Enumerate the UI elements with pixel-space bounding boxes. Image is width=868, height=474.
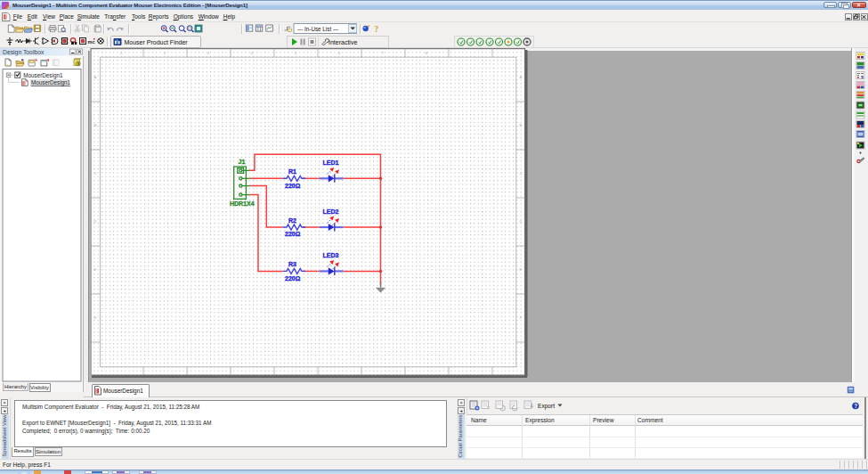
svg-text:B: B [520, 123, 523, 127]
svg-text:220Ω: 220Ω [285, 183, 301, 189]
svg-text:R3: R3 [288, 261, 296, 267]
svg-text:220Ω: 220Ω [285, 231, 301, 237]
svg-text:MouserDesign1: MouserDesign1 [31, 79, 71, 86]
svg-text:C: C [519, 171, 522, 176]
svg-text:F: F [94, 315, 97, 320]
svg-text:--- In-Use List ---: --- In-Use List --- [297, 26, 338, 32]
svg-text:B: B [94, 123, 97, 127]
svg-text:E: E [520, 267, 523, 272]
svg-text:MouserDesign1: MouserDesign1 [23, 72, 63, 79]
svg-text:F: F [520, 315, 523, 320]
svg-text:?: ? [375, 25, 379, 34]
svg-text:C: C [93, 171, 96, 176]
svg-text:LED2: LED2 [323, 208, 339, 215]
svg-text:Mouser Product Finder: Mouser Product Finder [125, 39, 189, 45]
svg-text:LED3: LED3 [323, 252, 339, 258]
svg-text:HDR1X4: HDR1X4 [230, 200, 255, 207]
svg-text:J1: J1 [239, 159, 246, 165]
svg-text:LED1: LED1 [323, 159, 339, 166]
svg-text:Interactive: Interactive [329, 39, 357, 45]
svg-text:R2: R2 [288, 217, 296, 224]
svg-text:A: A [94, 75, 97, 79]
svg-text:E: E [94, 267, 97, 272]
svg-text:Export: Export [538, 403, 555, 410]
svg-text:A: A [520, 75, 523, 79]
svg-text:D: D [93, 219, 96, 224]
svg-text:D: D [519, 219, 522, 224]
svg-text:?: ? [854, 403, 857, 409]
svg-text:220Ω: 220Ω [285, 275, 301, 282]
svg-text:R1: R1 [288, 168, 296, 175]
